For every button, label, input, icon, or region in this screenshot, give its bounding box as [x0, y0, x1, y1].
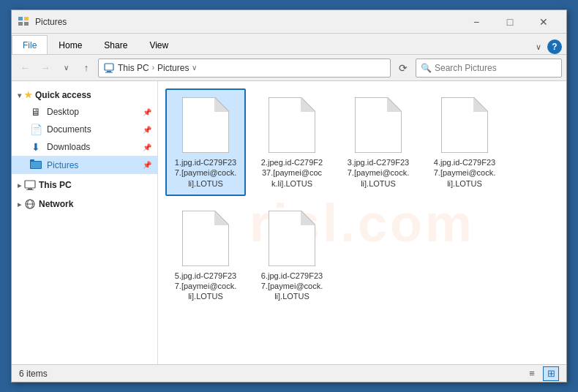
downloads-icon: ⬇	[29, 141, 42, 153]
documents-label: Documents	[47, 124, 91, 135]
svg-rect-12	[26, 189, 34, 190]
svg-rect-4	[105, 64, 113, 70]
file-item[interactable]: 5.jpg.id-C279F237.[paymei@cock.li].LOTUS	[165, 202, 246, 309]
refresh-button[interactable]: ⟳	[394, 59, 413, 78]
network-section: ▸ Network	[12, 196, 157, 212]
maximize-button[interactable]: □	[493, 10, 527, 34]
path-pictures[interactable]: Pictures	[157, 63, 189, 73]
files-grid: 1.jpg.id-C279F237.[paymei@cock.li].LOTUS…	[165, 88, 559, 357]
this-pc-header[interactable]: ▸ This PC	[12, 177, 157, 193]
desktop-label: Desktop	[47, 107, 79, 117]
sidebar-item-documents[interactable]: 📄 Documents 📌	[12, 121, 157, 138]
document-icon-svg	[269, 97, 315, 153]
minimize-button[interactable]: −	[459, 10, 493, 34]
ribbon: File Home Share View ∨ ?	[12, 34, 566, 55]
item-count: 6 items	[19, 369, 48, 379]
file-icon	[269, 97, 315, 153]
dropdown-button[interactable]: ∨	[57, 59, 75, 77]
file-name: 6.jpg.id-C279F237.[paymei@cock.li].LOTUS	[261, 271, 323, 302]
back-button[interactable]: ←	[16, 59, 34, 77]
desktop-icon: 🖥	[29, 106, 42, 118]
this-pc-label: This PC	[39, 180, 72, 190]
file-item[interactable]: 4.jpg.id-C279F237.[paymei@cock.li].LOTUS	[424, 88, 505, 196]
ribbon-tab-bar: File Home Share View ∨ ?	[12, 34, 566, 54]
status-bar: 6 items ≡ ⊞	[12, 364, 566, 382]
search-input[interactable]	[435, 63, 557, 73]
svg-rect-0	[18, 17, 23, 20]
star-icon: ★	[24, 90, 32, 100]
tab-view[interactable]: View	[138, 35, 179, 54]
file-name: 1.jpg.id-C279F237.[paymei@cock.li].LOTUS	[175, 157, 237, 189]
svg-rect-11	[28, 189, 32, 190]
window-controls: − □ ✕	[459, 10, 560, 34]
file-icon	[269, 211, 315, 266]
help-button[interactable]: ?	[547, 39, 562, 54]
file-item[interactable]: 1.jpg.id-C279F237.[paymei@cock.li].LOTUS	[165, 88, 246, 196]
search-box[interactable]: 🔍	[416, 59, 562, 78]
tab-share[interactable]: Share	[93, 35, 138, 54]
svg-rect-3	[24, 22, 29, 26]
address-bar: ← → ∨ ↑ This PC › Pictures ∨ ⟳ 🔍	[12, 55, 566, 81]
file-icon-wrapper	[266, 209, 318, 268]
computer-icon	[103, 62, 115, 74]
path-this-pc[interactable]: This PC	[118, 63, 149, 73]
network-label: Network	[39, 199, 73, 209]
svg-marker-19	[301, 97, 315, 112]
document-icon-svg	[182, 211, 229, 266]
forward-button[interactable]: →	[37, 59, 54, 77]
pictures-icon	[29, 159, 42, 171]
file-icon-wrapper	[266, 96, 318, 154]
file-icon	[182, 211, 229, 266]
expand-icon: ▾	[18, 91, 21, 99]
file-name: 3.jpg.id-C279F237.[paymei@cock.li].LOTUS	[348, 157, 410, 189]
close-button[interactable]: ✕	[527, 10, 560, 34]
address-path[interactable]: This PC › Pictures ∨	[98, 59, 391, 78]
this-pc-section: ▸ This PC	[12, 177, 157, 193]
title-bar-icons	[18, 16, 29, 28]
document-icon-svg	[355, 97, 402, 153]
this-pc-icon	[24, 180, 36, 190]
ribbon-right-controls: ∨ ?	[533, 39, 566, 54]
file-item[interactable]: 3.jpg.id-C279F237.[paymei@cock.li].LOTUS	[338, 88, 419, 196]
svg-rect-2	[18, 22, 23, 26]
file-name: 4.jpg.id-C279F237.[paymei@cock.li].LOTUS	[434, 157, 496, 189]
sidebar-item-pictures[interactable]: Pictures 📌	[12, 156, 157, 174]
sidebar: ▾ ★ Quick access 🖥 Desktop 📌 📄 Documents…	[12, 81, 158, 364]
quick-access-label: Quick access	[35, 90, 91, 100]
file-name: 2.jpeg.id-C279F237.[paymei@cock.li].LOTU…	[261, 157, 323, 189]
file-icon-wrapper	[179, 209, 232, 268]
file-icon	[441, 97, 488, 153]
svg-marker-17	[214, 97, 229, 112]
pin-icon: 📌	[143, 126, 151, 134]
title-bar: Pictures − □ ✕	[12, 10, 566, 34]
file-item[interactable]: 2.jpeg.id-C279F237.[paymei@cock.li].LOTU…	[252, 88, 332, 196]
sidebar-item-desktop[interactable]: 🖥 Desktop 📌	[12, 103, 157, 121]
document-icon-svg	[441, 97, 488, 153]
file-icon-wrapper	[438, 96, 491, 154]
ribbon-expand-button[interactable]: ∨	[533, 41, 544, 53]
tab-home[interactable]: Home	[48, 35, 93, 54]
file-area: risl.com 1.jpg.id-C279F237.[paymei@cock.…	[158, 81, 566, 364]
pictures-folder-icon	[30, 159, 42, 169]
file-item[interactable]: 6.jpg.id-C279F237.[paymei@cock.li].LOTUS	[252, 202, 332, 309]
file-icon	[182, 97, 229, 153]
qat-icon1	[18, 16, 29, 28]
downloads-label: Downloads	[47, 142, 90, 152]
network-header[interactable]: ▸ Network	[12, 196, 157, 212]
expand-icon: ▸	[18, 200, 21, 208]
file-name: 5.jpg.id-C279F237.[paymei@cock.li].LOTUS	[175, 271, 237, 302]
sidebar-item-downloads[interactable]: ⬇ Downloads 📌	[12, 138, 157, 156]
svg-marker-27	[301, 211, 315, 225]
search-icon: 🔍	[421, 63, 432, 73]
up-button[interactable]: ↑	[78, 59, 95, 77]
tab-file[interactable]: File	[12, 35, 48, 54]
grid-view-button[interactable]: ⊞	[543, 366, 559, 381]
expand-icon: ▸	[18, 181, 21, 189]
file-icon-wrapper	[179, 96, 232, 154]
svg-marker-21	[387, 97, 402, 112]
list-view-button[interactable]: ≡	[524, 366, 540, 381]
svg-marker-25	[214, 211, 229, 225]
quick-access-header[interactable]: ▾ ★ Quick access	[12, 87, 157, 103]
file-icon-wrapper	[352, 96, 405, 154]
documents-icon: 📄	[29, 124, 42, 135]
